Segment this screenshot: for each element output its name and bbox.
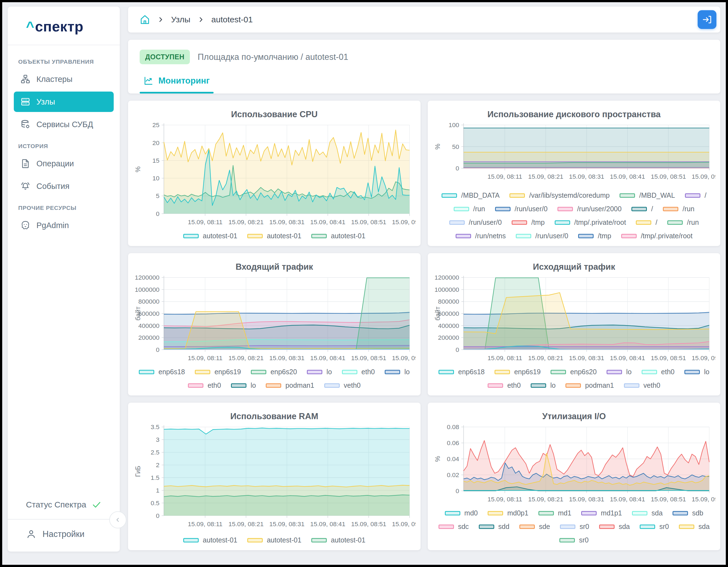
legend-item[interactable]: sr0 [640, 523, 669, 531]
legend-item[interactable]: / [631, 205, 653, 213]
legend-item[interactable]: sda [679, 523, 710, 531]
svg-text:15.09, 09:01: 15.09, 09:01 [392, 354, 416, 361]
legend-swatch-icon [195, 370, 210, 374]
legend-item[interactable]: autotest-01 [247, 536, 301, 544]
legend-item[interactable]: sdc [439, 523, 469, 531]
legend-item[interactable]: /run/user/0 [495, 205, 548, 213]
legend-item[interactable]: enp6s18 [139, 368, 185, 376]
legend-item[interactable]: sda [599, 523, 630, 531]
legend-label: lo [704, 368, 709, 376]
legend-item[interactable]: lo [307, 368, 332, 376]
legend-item[interactable]: podman1 [565, 381, 614, 389]
legend-swatch-icon [251, 370, 266, 374]
legend-swatch-icon [640, 525, 655, 529]
legend-item[interactable]: /run [454, 205, 485, 213]
sidebar-item-clusters[interactable]: Кластеры [14, 69, 114, 89]
legend-item[interactable]: sr0 [559, 536, 589, 544]
legend-item[interactable]: sdb [673, 509, 703, 517]
legend-item[interactable]: enp6s18 [439, 368, 485, 376]
legend-item[interactable]: lo [607, 368, 631, 376]
legend-label: /tmp/.private/root [574, 219, 626, 227]
legend-item[interactable]: lo [684, 368, 709, 376]
legend-item[interactable]: enp6s20 [251, 368, 297, 376]
legend-item[interactable]: lo [231, 381, 256, 389]
legend-item[interactable]: enp6s20 [551, 368, 597, 376]
legend-item[interactable]: /MBD_WAL [620, 192, 675, 200]
chart-legend-traffic_in: enp6s18enp6s19enp6s20loeth0loeth0lopodma… [133, 364, 416, 389]
legend-item[interactable]: /run/user/0 [449, 219, 502, 227]
svg-text:2.5: 2.5 [151, 449, 160, 456]
sidebar-item-db-services[interactable]: Сервисы СУБД [14, 114, 114, 135]
legend-item[interactable]: veth0 [324, 381, 361, 389]
legend-item[interactable]: /run/user/2000 [557, 205, 621, 213]
legend-label: /run/user/0 [515, 205, 548, 213]
sidebar-collapse-button[interactable] [109, 511, 126, 528]
legend-label: enp6s19 [514, 368, 541, 376]
legend-label: veth0 [344, 381, 361, 389]
settings-item[interactable]: Настройки [8, 520, 120, 552]
legend-item[interactable]: /run/netns [456, 232, 506, 240]
login-button[interactable] [698, 10, 716, 29]
svg-text:1000000: 1000000 [435, 286, 459, 293]
legend-item[interactable]: eth0 [642, 368, 675, 376]
pgadmin-icon [20, 220, 30, 230]
clusters-icon [20, 74, 30, 84]
nav-section-management: ОБЪЕКТЫ УПРАВЛЕНИЯ [18, 58, 109, 65]
legend-item[interactable]: eth0 [342, 368, 375, 376]
legend-item[interactable]: md0p1 [488, 509, 528, 517]
svg-text:15.09, 08:31: 15.09, 08:31 [269, 354, 305, 361]
legend-item[interactable]: sdd [479, 523, 509, 531]
legend-item[interactable]: eth0 [188, 381, 221, 389]
legend-swatch-icon [247, 538, 263, 542]
legend-item[interactable]: /var/lib/systemd/coredump [509, 192, 610, 200]
svg-text:10: 10 [152, 175, 160, 182]
sidebar-item-operations[interactable]: Операции [14, 153, 114, 174]
legend-swatch-icon [139, 370, 154, 374]
legend-item[interactable]: enp6s19 [195, 368, 241, 376]
legend-label: sdb [692, 509, 703, 517]
sidebar-item-pgadmin[interactable]: PgAdmin [14, 215, 114, 236]
legend-item[interactable]: /tmp/.private/root [621, 232, 693, 240]
legend-swatch-icon [449, 220, 465, 225]
spectr-status-label: Статус Спектра [26, 500, 86, 509]
legend-item[interactable]: lo [531, 381, 556, 389]
legend-item[interactable]: veth0 [624, 381, 660, 389]
legend-item[interactable]: enp6s19 [495, 368, 541, 376]
sidebar-item-events[interactable]: События [14, 176, 114, 196]
legend-item[interactable]: autotest-01 [183, 232, 237, 240]
legend-item[interactable]: md0 [445, 509, 478, 517]
legend-item[interactable]: autotest-01 [311, 232, 365, 240]
legend-item[interactable]: /MBD_DATA [442, 192, 499, 200]
sidebar-item-nodes[interactable]: Узлы [14, 92, 114, 112]
legend-item[interactable]: / [636, 219, 657, 227]
legend-item[interactable]: podman1 [266, 381, 314, 389]
object-header-card: ДОСТУПЕН Площадка по-умолчанию / autotes… [128, 40, 720, 94]
legend-item[interactable]: sda [632, 509, 663, 517]
legend-item[interactable]: /tmp/.private/root [555, 219, 626, 227]
svg-text:15.09, 08:21: 15.09, 08:21 [528, 173, 564, 180]
legend-item[interactable]: autotest-01 [183, 536, 237, 544]
svg-text:1000000: 1000000 [135, 286, 160, 293]
breadcrumb-item-nodes[interactable]: Узлы [171, 15, 190, 24]
legend-item[interactable]: md1p1 [581, 509, 622, 517]
legend-item[interactable]: autotest-01 [247, 232, 301, 240]
chart-card-disk: Использование дискового пространства0501… [428, 101, 720, 246]
svg-text:3: 3 [156, 436, 160, 443]
legend-item[interactable]: eth0 [488, 381, 521, 389]
tab-monitoring[interactable]: Мониторинг [140, 76, 214, 94]
legend-item[interactable]: md1 [538, 509, 572, 517]
legend-label: /MBD_DATA [461, 192, 499, 200]
legend-item[interactable]: /run [667, 219, 699, 227]
svg-text:2: 2 [156, 461, 160, 468]
legend-swatch-icon [565, 383, 581, 388]
legend-item[interactable]: /run [663, 205, 694, 213]
legend-item[interactable]: /run/user/0 [516, 232, 568, 240]
legend-item[interactable]: / [685, 192, 706, 200]
legend-item[interactable]: sde [519, 523, 550, 531]
legend-item[interactable]: autotest-01 [311, 536, 365, 544]
legend-item[interactable]: lo [385, 368, 410, 376]
breadcrumb-home[interactable] [140, 14, 150, 25]
legend-item[interactable]: /tmp [578, 232, 611, 240]
legend-item[interactable]: /tmp [512, 219, 545, 227]
legend-item[interactable]: sr0 [560, 523, 589, 531]
